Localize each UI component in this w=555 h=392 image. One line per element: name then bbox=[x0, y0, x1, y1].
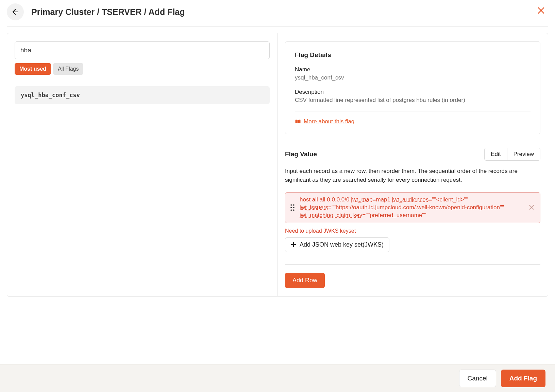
more-about-flag-label: More about this flag bbox=[304, 118, 354, 125]
flag-value-header: Flag Value Edit Preview bbox=[285, 148, 540, 161]
main-panels: Most used All Flags ysql_hba_conf_csv Fl… bbox=[7, 33, 548, 297]
drag-handle[interactable] bbox=[290, 204, 295, 211]
close-icon bbox=[536, 5, 546, 15]
flag-picker-panel: Most used All Flags ysql_hba_conf_csv bbox=[7, 33, 278, 296]
flag-value-hint: Input each record as a new row, then reo… bbox=[285, 167, 540, 184]
plus-icon bbox=[291, 242, 296, 247]
record-text: host all all 0.0.0.0/0 jwt_map=map1 jwt_… bbox=[300, 196, 523, 219]
edit-preview-toggle: Edit Preview bbox=[484, 148, 540, 161]
close-button[interactable] bbox=[536, 5, 546, 17]
filter-most-used[interactable]: Most used bbox=[15, 63, 51, 75]
segment-edit[interactable]: Edit bbox=[485, 148, 507, 160]
flag-details-title: Flag Details bbox=[295, 51, 531, 59]
section-divider bbox=[285, 264, 540, 265]
svg-point-3 bbox=[293, 207, 295, 208]
description-label: Description bbox=[295, 89, 531, 95]
add-jwks-label: Add JSON web key set(JWKS) bbox=[300, 241, 384, 248]
x-icon bbox=[529, 205, 534, 210]
breadcrumb: Primary Cluster / TSERVER / Add Flag bbox=[31, 7, 185, 17]
filter-all-flags[interactable]: All Flags bbox=[53, 63, 83, 75]
svg-point-0 bbox=[290, 204, 292, 206]
flag-editor-panel: Flag Details Name ysql_hba_conf_csv Desc… bbox=[278, 33, 548, 296]
record-remove-button[interactable] bbox=[528, 204, 535, 211]
flag-search-input[interactable] bbox=[15, 41, 270, 59]
filter-row: Most used All Flags bbox=[15, 63, 270, 75]
svg-point-5 bbox=[293, 210, 295, 211]
more-about-flag-link[interactable]: More about this flag bbox=[295, 118, 354, 125]
flag-result-row[interactable]: ysql_hba_conf_csv bbox=[15, 86, 270, 104]
add-jwks-button[interactable]: Add JSON web key set(JWKS) bbox=[285, 237, 389, 252]
segment-preview[interactable]: Preview bbox=[507, 148, 540, 160]
svg-point-2 bbox=[290, 207, 292, 208]
record-row[interactable]: host all all 0.0.0.0/0 jwt_map=map1 jwt_… bbox=[285, 192, 540, 223]
flag-value-title: Flag Value bbox=[285, 150, 317, 158]
details-divider bbox=[295, 111, 531, 111]
description-value: CSV formatted line represented list of p… bbox=[295, 97, 531, 104]
svg-point-4 bbox=[290, 210, 292, 211]
drag-icon bbox=[290, 204, 295, 211]
svg-point-1 bbox=[293, 204, 295, 206]
page-header: Primary Cluster / TSERVER / Add Flag bbox=[7, 0, 548, 27]
name-value: ysql_hba_conf_csv bbox=[295, 74, 531, 81]
jwks-error-hint: Need to upload JWKS keyset bbox=[285, 228, 540, 234]
arrow-left-icon bbox=[11, 7, 20, 16]
book-icon bbox=[295, 119, 301, 124]
flag-details-card: Flag Details Name ysql_hba_conf_csv Desc… bbox=[285, 41, 540, 134]
add-row-button[interactable]: Add Row bbox=[285, 273, 325, 288]
back-button[interactable] bbox=[7, 3, 24, 20]
name-label: Name bbox=[295, 66, 531, 73]
